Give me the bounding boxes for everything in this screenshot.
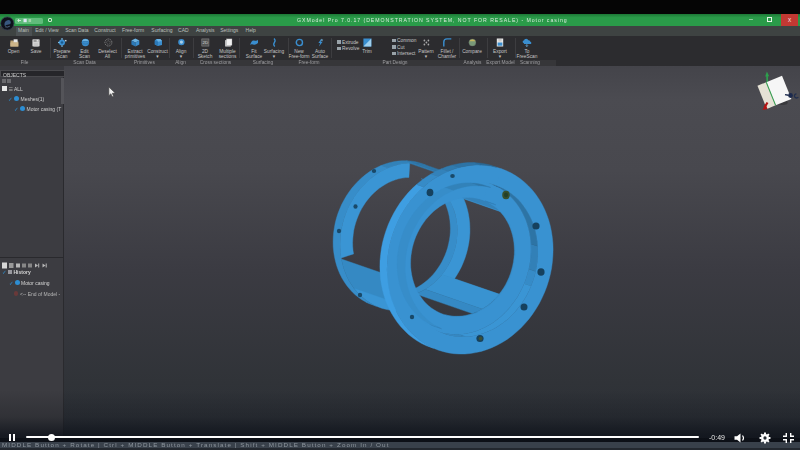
svg-text:2D: 2D <box>202 41 208 46</box>
